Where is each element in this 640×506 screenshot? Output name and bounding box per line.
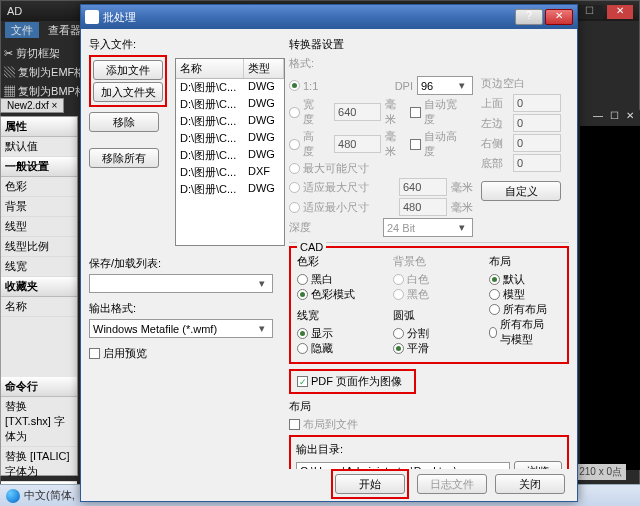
cmd-header: 命令行: [1, 377, 77, 397]
width-field: 640: [334, 103, 381, 121]
save-list-label: 保存/加载列表:: [89, 256, 273, 271]
dialog-footer: 开始 日志文件 关闭: [81, 469, 577, 499]
layout-header: 布局: [489, 254, 561, 269]
close-icon[interactable]: ✕: [607, 5, 633, 19]
document-tab[interactable]: New2.dxf ×: [0, 98, 64, 113]
props-header: 属性: [1, 117, 77, 137]
margin-top-field: 0: [513, 94, 561, 112]
layout-all-radio[interactable]: 所有布局: [489, 302, 547, 317]
prop-bg[interactable]: 背景: [1, 197, 77, 217]
chevron-down-icon[interactable]: ▾: [455, 221, 469, 234]
dialog-icon: [85, 10, 99, 24]
save-list-field[interactable]: ▾: [89, 274, 273, 293]
lw-header: 线宽: [297, 308, 369, 323]
dialog-titlebar[interactable]: 批处理 ? ✕: [81, 5, 577, 29]
lw-show-radio[interactable]: 显示: [297, 326, 333, 341]
margin-left-field: 0: [513, 114, 561, 132]
browse-button[interactable]: 浏览: [514, 461, 562, 469]
bookmark-name: 名称: [1, 297, 77, 317]
rp-close-icon[interactable]: ✕: [622, 110, 638, 126]
auto-width-check: 自动宽度: [410, 97, 467, 127]
color-header: 色彩: [297, 254, 369, 269]
col-type[interactable]: 类型: [244, 59, 284, 78]
arc-header: 圆弧: [393, 308, 465, 323]
log-button: 日志文件: [417, 474, 487, 494]
dialog-close-icon[interactable]: ✕: [545, 9, 573, 25]
app-title: AD: [7, 5, 22, 17]
defaults-header[interactable]: 默认值: [1, 137, 77, 157]
fitmin-field: 480: [399, 198, 447, 216]
chevron-down-icon[interactable]: ▾: [455, 79, 469, 92]
outdir-label: 输出目录:: [296, 442, 562, 457]
layout-model-radio[interactable]: 模型: [489, 287, 525, 302]
maximize-icon[interactable]: ☐: [577, 5, 603, 19]
rp-min-icon[interactable]: —: [590, 110, 606, 126]
cad-group: CAD 色彩 黑白 色彩模式 线宽 显示 隐藏 背景色 白色 黑色: [289, 246, 569, 364]
table-row[interactable]: D:\图册\C...DXF: [176, 164, 284, 181]
custom-button[interactable]: 自定义: [481, 181, 561, 201]
auto-height-check: 自动高度: [410, 129, 467, 159]
ratio-11-radio: 1:1: [289, 80, 318, 92]
outdir-field[interactable]: C:\Users\Administrator\Desktop\: [296, 462, 510, 470]
lw-hide-radio[interactable]: 隐藏: [297, 341, 333, 356]
prop-lt[interactable]: 线型: [1, 217, 77, 237]
enable-preview-check[interactable]: 启用预览: [89, 346, 147, 361]
start-button[interactable]: 开始: [335, 474, 405, 494]
dpi-select[interactable]: 96▾: [417, 76, 473, 95]
pdf-image-box: PDF 页面作为图像: [289, 369, 416, 394]
width-radio: 宽度: [289, 97, 324, 127]
table-row[interactable]: D:\图册\C...DWG: [176, 79, 284, 96]
rp-max-icon[interactable]: ☐: [606, 110, 622, 126]
layout-default-radio[interactable]: 默认: [489, 272, 525, 287]
dialog-title: 批处理: [103, 10, 136, 25]
table-row[interactable]: D:\图册\C...DWG: [176, 181, 284, 198]
table-row[interactable]: D:\图册\C...DWG: [176, 130, 284, 147]
bgc-header: 背景色: [393, 254, 465, 269]
layout-to-file-check: 布局到文件: [289, 417, 358, 432]
dpi-label: DPI: [395, 80, 413, 92]
file-list[interactable]: 名称 类型 D:\图册\C...DWGD:\图册\C...DWGD:\图册\C.…: [175, 58, 285, 246]
black-radio: 黑色: [393, 287, 429, 302]
dialog-help-icon[interactable]: ?: [515, 9, 543, 25]
menu-file[interactable]: 文件: [5, 22, 39, 38]
add-files-button[interactable]: 添加文件: [93, 60, 163, 80]
bookmark-header: 收藏夹: [1, 277, 77, 297]
out-format-value: Windows Metafile (*.wmf): [93, 323, 243, 335]
table-row[interactable]: D:\图册\C...DWG: [176, 96, 284, 113]
cmd-line-2: 替换 [ITALIC] 字体为: [1, 447, 77, 482]
prop-lw[interactable]: 线宽: [1, 257, 77, 277]
remove-button[interactable]: 移除: [89, 112, 159, 132]
table-row[interactable]: D:\图册\C...DWG: [176, 113, 284, 130]
col-name[interactable]: 名称: [176, 59, 244, 78]
out-format-label: 输出格式:: [89, 301, 273, 316]
import-label: 导入文件:: [89, 37, 273, 52]
batch-dialog: 批处理 ? ✕ 导入文件: 添加文件 加入文件夹 移除 移除所有: [80, 4, 578, 502]
arc-flat-radio[interactable]: 平滑: [393, 341, 429, 356]
remove-all-button[interactable]: 移除所有: [89, 148, 159, 168]
add-folder-button[interactable]: 加入文件夹: [93, 82, 163, 102]
layout2-header: 布局: [289, 399, 569, 414]
cmd-line-1: 替换 [TXT.shx] 字体为: [1, 397, 77, 447]
bw-radio[interactable]: 黑白: [297, 272, 333, 287]
out-format-select[interactable]: Windows Metafile (*.wmf) ▾: [89, 319, 273, 338]
cad-header: CAD: [297, 241, 326, 253]
table-row[interactable]: D:\图册\C...DWG: [176, 147, 284, 164]
fitmax-field: 640: [399, 178, 447, 196]
layout-all-model-radio[interactable]: 所有布局与模型: [489, 317, 555, 347]
colormode-radio[interactable]: 色彩模式: [297, 287, 355, 302]
format-label: 格式:: [289, 56, 569, 71]
depth-label: 深度: [289, 220, 311, 235]
fitmax-radio: 适应最大尺寸: [289, 180, 369, 195]
chevron-down-icon[interactable]: ▾: [255, 277, 269, 290]
prop-lts[interactable]: 线型比例: [1, 237, 77, 257]
arc-split-radio[interactable]: 分割: [393, 326, 429, 341]
height-radio: 高度: [289, 129, 324, 159]
close-button[interactable]: 关闭: [495, 474, 565, 494]
prop-color[interactable]: 色彩: [1, 177, 77, 197]
chevron-down-icon[interactable]: ▾: [255, 322, 269, 335]
depth-select[interactable]: 24 Bit▾: [383, 218, 473, 237]
pdf-as-image-check[interactable]: PDF 页面作为图像: [297, 374, 402, 389]
white-radio: 白色: [393, 272, 429, 287]
outdir-box: 输出目录: C:\Users\Administrator\Desktop\ 浏览: [289, 435, 569, 469]
globe-icon: [6, 489, 20, 503]
